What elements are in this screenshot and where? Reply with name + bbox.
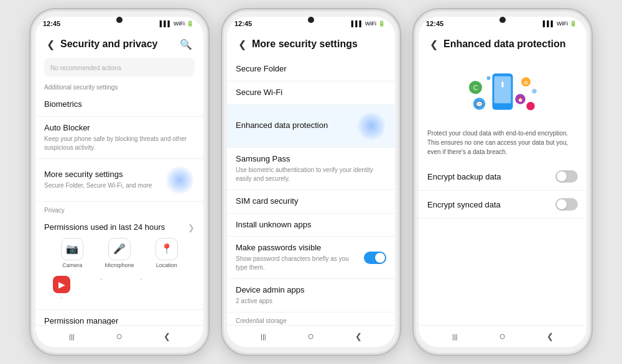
permission-manager-item[interactable]: Permission manager Allow or deny apps to…	[35, 310, 203, 325]
page-title-3: Enhanced data protection	[443, 39, 579, 50]
status-icons-3: ▌▌▌ WiFi 🔋	[543, 20, 577, 27]
no-rec-bar: No recommended actions	[44, 58, 195, 76]
secure-folder-item[interactable]: Secure Folder	[227, 58, 395, 81]
svg-rect-1	[494, 76, 511, 104]
phone-screen-1: 12:45 ▌▌▌ WiFi 🔋 ❮ Security and privacy …	[35, 17, 203, 347]
no-rec-text: No recommended actions	[50, 65, 121, 71]
back-nav-button-3[interactable]: ❮	[542, 328, 559, 345]
svg-text:C: C	[473, 84, 478, 91]
wifi-icon: WiFi	[174, 20, 185, 27]
device-admin-title: Device admin apps	[236, 285, 386, 296]
home-button-3[interactable]: ○	[494, 328, 511, 345]
app-perm-3: -	[130, 276, 152, 301]
device-admin-item[interactable]: Device admin apps 2 active apps	[227, 279, 395, 312]
camera-notch-3	[499, 17, 506, 23]
recent-apps-button-1[interactable]: |||	[63, 328, 80, 345]
status-time-1: 12:45	[43, 20, 60, 27]
status-icons-1: ▌▌▌ WiFi 🔋	[160, 20, 193, 27]
biometrics-title: Biometrics	[44, 99, 195, 110]
auto-blocker-item[interactable]: Auto Blocker Keep your phone safe by blo…	[35, 117, 203, 159]
illustration-area: C ⚙ ⏰ 💬	[419, 58, 587, 129]
install-unknown-title: Install unknown apps	[236, 220, 386, 230]
battery-icon-3: 🔋	[570, 20, 577, 27]
device-admin-subtitle: 2 active apps	[236, 297, 386, 306]
biometrics-item[interactable]: Biometrics	[35, 93, 203, 117]
perm-apps-row: ▶ - - -	[44, 273, 195, 303]
encrypt-synced-label: Encrypt synced data	[427, 200, 501, 209]
make-passwords-item[interactable]: Make passwords visible Show password cha…	[227, 237, 395, 279]
section-label-1: Additional security settings	[35, 79, 203, 93]
back-button-2[interactable]: ❮	[234, 37, 249, 52]
toggle-knob	[375, 253, 385, 263]
more-security-title: More security settings	[44, 170, 165, 180]
home-button-2[interactable]: ○	[302, 328, 320, 345]
samsung-pass-title: Samsung Pass	[236, 154, 386, 165]
encrypt-synced-row[interactable]: Encrypt synced data	[419, 191, 587, 219]
recent-apps-button-2[interactable]: |||	[254, 328, 272, 345]
install-unknown-item[interactable]: Install unknown apps	[227, 214, 395, 237]
ripple-effect-2	[356, 111, 386, 141]
bottom-nav-2: ||| ○ ❮	[227, 325, 395, 347]
encrypt-backup-toggle[interactable]	[555, 170, 578, 183]
camera-perm: 📷 Camera	[61, 238, 83, 268]
permission-manager-title: Permission manager	[44, 316, 195, 325]
permissions-grid: 📷 Camera 🎤 Microphone 📍 Location	[44, 233, 195, 273]
recent-apps-button-3[interactable]: |||	[446, 328, 463, 345]
mic-perm: 🎤 Microphone	[104, 238, 134, 268]
camera-notch-2	[308, 17, 314, 23]
mic-icon-box: 🎤	[108, 238, 131, 260]
illustration-svg: C ⚙ ⏰ 💬	[465, 66, 540, 122]
mic-label: Microphone	[104, 262, 134, 268]
more-security-item[interactable]: More security settings Secure Folder, Se…	[35, 159, 203, 202]
back-button-3[interactable]: ❮	[426, 37, 441, 52]
make-passwords-title: Make passwords visible	[236, 243, 358, 253]
signal-icon-3: ▌▌▌	[543, 20, 555, 27]
encrypt-backup-row[interactable]: Encrypt backup data	[419, 163, 587, 191]
samsung-pass-subtitle: Use biometric authentication to verify y…	[236, 166, 386, 183]
location-label: Location	[156, 262, 177, 268]
sim-security-title: SIM card security	[236, 196, 386, 207]
secure-wifi-item[interactable]: Secure Wi-Fi	[227, 81, 395, 105]
page-title-2: More security settings	[252, 39, 388, 50]
signal-icon-2: ▌▌▌	[351, 20, 363, 27]
sim-security-item[interactable]: SIM card security	[227, 190, 395, 214]
svg-text:⏰: ⏰	[518, 97, 524, 102]
more-security-subtitle: Secure Folder, Secure Wi-Fi, and more	[44, 181, 165, 190]
page-title-1: Security and privacy	[60, 39, 176, 50]
encrypt-backup-label: Encrypt backup data	[427, 172, 501, 181]
home-button-1[interactable]: ○	[111, 328, 128, 345]
back-nav-button-2[interactable]: ❮	[350, 328, 368, 345]
phone-screen-3: 12:45 ▌▌▌ WiFi 🔋 ❮ Enhanced data protect…	[419, 17, 587, 347]
scroll-area-3[interactable]: C ⚙ ⏰ 💬 Protect your cloud data with end…	[419, 58, 587, 325]
enhanced-protection-item[interactable]: Enhanced data protection	[227, 105, 395, 148]
encrypt-backup-knob	[557, 171, 567, 181]
samsung-pass-item[interactable]: Samsung Pass Use biometric authenticatio…	[227, 148, 395, 190]
camera-notch-1	[116, 17, 123, 23]
signal-icon: ▌▌▌	[160, 20, 172, 27]
scroll-area-1[interactable]: No recommended actions Additional securi…	[35, 58, 203, 325]
top-nav-3: ❮ Enhanced data protection	[419, 30, 587, 58]
description-text: Protect your cloud data with end-to-end …	[419, 129, 587, 163]
svg-point-12	[532, 89, 537, 94]
camera-label: Camera	[62, 262, 82, 268]
permissions-used-title: Permissions used in last 24 hours	[44, 222, 165, 233]
battery-icon: 🔋	[187, 20, 193, 27]
scroll-area-2[interactable]: Secure Folder Secure Wi-Fi Enhanced data…	[227, 58, 395, 325]
back-nav-button-1[interactable]: ❮	[159, 328, 176, 345]
make-passwords-subtitle: Show password characters briefly as you …	[236, 255, 358, 272]
top-nav-1: ❮ Security and privacy 🔍	[35, 30, 203, 58]
app-perm-2: -	[90, 276, 113, 301]
secure-wifi-title: Secure Wi-Fi	[236, 88, 386, 98]
phone-screen-2: 12:45 ▌▌▌ WiFi 🔋 ❮ More security setting…	[227, 17, 395, 347]
search-button-1[interactable]: 🔍	[176, 34, 196, 54]
back-button-1[interactable]: ❮	[43, 37, 58, 52]
make-passwords-toggle[interactable]	[364, 252, 386, 264]
encrypt-synced-toggle[interactable]	[555, 198, 578, 211]
camera-icon-box: 📷	[61, 238, 83, 260]
phone-2: 12:45 ▌▌▌ WiFi 🔋 ❮ More security setting…	[221, 8, 401, 356]
credential-label: Credential storage	[227, 312, 395, 325]
enhanced-protection-title: Enhanced data protection	[236, 121, 328, 131]
permissions-used-item[interactable]: Permissions used in last 24 hours ❯ 📷 Ca…	[35, 216, 203, 310]
status-time-3: 12:45	[426, 20, 443, 27]
chevron-right-icon: ❯	[188, 223, 195, 232]
